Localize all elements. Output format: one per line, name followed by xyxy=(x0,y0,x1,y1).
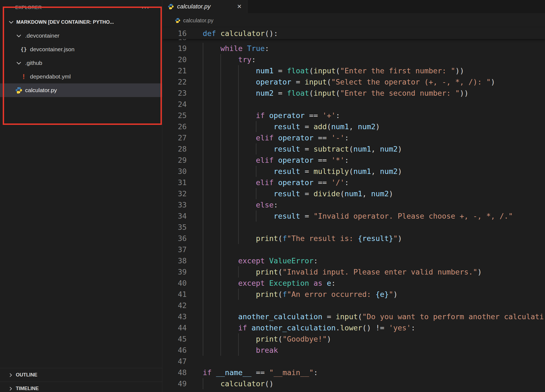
indent-guide xyxy=(203,300,203,311)
indent-guide xyxy=(220,177,221,188)
chevron-right-icon xyxy=(8,386,14,392)
explorer-item--github[interactable]: .github xyxy=(0,56,162,70)
code-line-22[interactable]: 22 operator = input("Select the operator… xyxy=(162,76,545,88)
code-line-24[interactable]: 24 xyxy=(162,99,545,110)
indent-guide xyxy=(203,255,203,266)
code-line-33[interactable]: 33 else: xyxy=(162,199,545,210)
token: {e} xyxy=(376,290,389,298)
code-line-43[interactable]: 43 another_calculation = input("Do you w… xyxy=(162,311,545,322)
token xyxy=(309,279,313,287)
code-line-38[interactable]: 38 except ValueError: xyxy=(162,255,545,266)
partially-scrolled-line: 18 xyxy=(162,39,545,43)
token: input xyxy=(305,78,327,86)
code-text: elif operator == '/': xyxy=(203,177,545,188)
token: result xyxy=(274,167,300,176)
code-text: num2 = float(input("Enter the second num… xyxy=(203,88,545,99)
token xyxy=(203,346,256,354)
line-number: 42 xyxy=(162,300,203,311)
code-line-36[interactable]: 36 print(f"The result is: {result}") xyxy=(162,233,545,244)
code-line-26[interactable]: 26 result = add(num1, num2) xyxy=(162,121,545,132)
code-line-35[interactable]: 35 xyxy=(162,222,545,233)
code-line-34[interactable]: 34 result = "Invalid operator. Please ch… xyxy=(162,210,545,222)
indent-guide xyxy=(238,110,239,121)
line-number: 46 xyxy=(162,345,203,356)
code-line-18[interactable]: 18 xyxy=(162,39,545,43)
indent-guide xyxy=(256,143,256,155)
code-line-39[interactable]: 39 print("Invalid input. Please enter va… xyxy=(162,266,545,278)
explorer-item-calculator-py[interactable]: calculator.py xyxy=(0,83,162,97)
code-line-19[interactable]: 19 while True: xyxy=(162,43,545,54)
code-text xyxy=(203,39,545,43)
code-line-16[interactable]: 16def calculator(): xyxy=(162,28,545,39)
indent-guide xyxy=(238,266,239,278)
code-line-41[interactable]: 41 print(f"An error occurred: {e}") xyxy=(162,289,545,300)
code-text: elif operator == '*': xyxy=(203,155,545,166)
line-number: 30 xyxy=(162,166,203,177)
code-line-25[interactable]: 25 if operator == '+': xyxy=(162,110,545,121)
code-line-37[interactable]: 37 xyxy=(162,244,545,255)
line-number: 49 xyxy=(162,378,203,389)
token: f xyxy=(283,234,287,243)
code-line-21[interactable]: 21 num1 = float(input("Enter the first n… xyxy=(162,65,545,76)
token: , xyxy=(349,122,358,131)
token: "__main__" xyxy=(269,368,314,377)
indent-guide xyxy=(256,166,256,177)
json-icon: {} xyxy=(20,46,27,53)
code-line-28[interactable]: 28 result = subtract(num1, num2) xyxy=(162,143,545,155)
code-line-49[interactable]: 49 calculator() xyxy=(162,378,545,389)
code-line-32[interactable]: 32 result = divide(num1, num2) xyxy=(162,188,545,199)
breadcrumb-file: calculator.py xyxy=(183,17,213,24)
indent-guide xyxy=(256,210,256,222)
explorer-item-dependabot-yml[interactable]: !dependabot.yml xyxy=(0,70,162,83)
token: ( xyxy=(278,335,282,343)
code-line-30[interactable]: 30 result = multiply(num1, num2) xyxy=(162,166,545,177)
token: == xyxy=(252,368,269,377)
explorer-header: EXPLORER ··· xyxy=(0,0,162,15)
token: result xyxy=(274,189,300,198)
token: ( xyxy=(349,167,353,176)
token: ( xyxy=(309,89,313,97)
code-line-40[interactable]: 40 except Exception as e: xyxy=(162,278,545,289)
breadcrumb[interactable]: calculator.py xyxy=(162,13,545,28)
token: : xyxy=(313,368,318,377)
token: "The result is: xyxy=(287,234,358,243)
code-line-23[interactable]: 23 num2 = float(input("Enter the second … xyxy=(162,88,545,99)
code-text: if operator == '+': xyxy=(203,110,545,121)
code-text: if __name__ == "__main__": xyxy=(203,367,545,378)
token: ) xyxy=(327,335,331,343)
token: operator xyxy=(278,156,313,164)
chevron-down-icon xyxy=(15,59,22,67)
code-line-46[interactable]: 46 break xyxy=(162,345,545,356)
line-number: 19 xyxy=(162,43,203,54)
token: "Enter the second number: " xyxy=(340,89,460,97)
code-line-50[interactable]: 50 xyxy=(162,389,545,392)
panel-outline[interactable]: OUTLINE xyxy=(0,368,162,382)
token xyxy=(203,201,256,209)
code-text: result = add(num1, num2) xyxy=(203,121,545,132)
token: input xyxy=(313,89,335,97)
code-line-29[interactable]: 29 elif operator == '*': xyxy=(162,155,545,166)
panel-timeline[interactable]: TIMELINE xyxy=(0,382,162,392)
python-icon xyxy=(175,18,180,23)
sticky-scroll-line[interactable]: 16def calculator(): xyxy=(162,28,545,39)
code-text: result = "Invalid operator. Please choos… xyxy=(203,210,545,222)
code-line-44[interactable]: 44 if another_calculation.lower() != 'ye… xyxy=(162,322,545,333)
indent-guide xyxy=(203,222,203,233)
indent-guide xyxy=(220,121,221,132)
token: = xyxy=(274,67,287,75)
tab-calculator-py[interactable]: calculator.py ✕ xyxy=(162,0,247,13)
explorer-item-devcontainer-json[interactable]: {}devcontainer.json xyxy=(0,43,162,56)
explorer-section-header[interactable]: MARKDOWN [DEV CONTAINER: PYTHO... xyxy=(0,15,162,29)
code-line-27[interactable]: 27 elif operator == '-': xyxy=(162,132,545,143)
code-line-42[interactable]: 42 xyxy=(162,300,545,311)
more-actions-button[interactable]: ··· xyxy=(141,4,150,11)
token xyxy=(203,335,256,343)
explorer-item--devcontainer[interactable]: .devcontainer xyxy=(0,29,162,43)
code-line-48[interactable]: 48if __name__ == "__main__": xyxy=(162,367,545,378)
code-line-31[interactable]: 31 elif operator == '/': xyxy=(162,177,545,188)
code-line-45[interactable]: 45 print("Goodbye!") xyxy=(162,333,545,345)
close-icon[interactable]: ✕ xyxy=(237,3,242,10)
token: : xyxy=(344,178,349,187)
code-line-20[interactable]: 20 try: xyxy=(162,54,545,65)
code-line-47[interactable]: 47 xyxy=(162,356,545,367)
